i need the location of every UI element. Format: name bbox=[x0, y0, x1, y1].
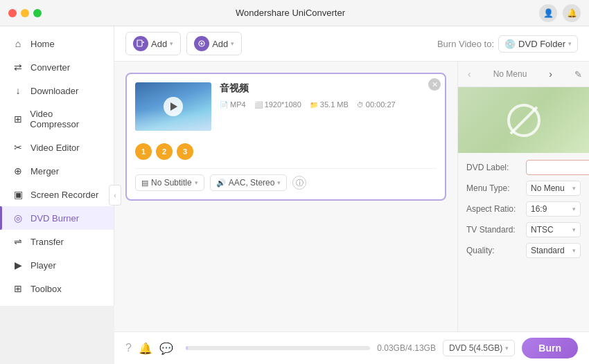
tv-standard-chevron: ▾ bbox=[572, 226, 576, 233]
converter-icon: ⇄ bbox=[12, 62, 24, 73]
burn-target-select[interactable]: 💿 DVD Folder ▾ bbox=[498, 35, 578, 53]
subtitle-value: No Subtitle bbox=[151, 178, 192, 188]
dvd-type-value: DVD 5(4.5GB) bbox=[449, 343, 502, 353]
tv-standard-value: NTSC bbox=[531, 225, 554, 235]
user-icon[interactable]: 👤 bbox=[539, 4, 557, 22]
content-area: Add ▾ Add ▾ Burn Video to: bbox=[114, 26, 589, 364]
recorder-icon: ▣ bbox=[12, 189, 24, 200]
add-video-button[interactable]: Add ▾ bbox=[125, 32, 181, 55]
play-button[interactable] bbox=[164, 97, 183, 116]
toolbar: Add ▾ Add ▾ Burn Video to: bbox=[114, 26, 589, 62]
sidebar-item-player[interactable]: ▶ Player bbox=[0, 253, 114, 277]
dvd-type-chevron: ▾ bbox=[505, 345, 509, 352]
no-menu-symbol bbox=[507, 104, 540, 137]
info-button[interactable]: ⓘ bbox=[292, 176, 306, 190]
dvd-quality-field: Quality: Standard ▾ bbox=[466, 243, 581, 258]
sidebar-item-home[interactable]: ⌂ Home bbox=[0, 32, 114, 55]
add-video-chevron: ▾ bbox=[170, 40, 173, 47]
video-controls-bar: ▤ No Subtitle ▾ 🔊 AAC, Stereo ▾ ⓘ bbox=[135, 168, 437, 191]
subtitle-icon: ▤ bbox=[141, 179, 148, 188]
action-buttons: 1 2 3 bbox=[135, 143, 193, 160]
video-duration: ⏱ 00:00:27 bbox=[357, 100, 396, 109]
resolution-icon: ⬜ bbox=[254, 101, 263, 109]
svg-rect-0 bbox=[137, 40, 142, 46]
dvd-type-select[interactable]: DVD 5(4.5GB) ▾ bbox=[443, 340, 515, 356]
titlebar: Wondershare UniConverter 👤 🔔 bbox=[0, 0, 589, 26]
downloader-icon: ↓ bbox=[12, 85, 24, 96]
subtitle-select[interactable]: ▤ No Subtitle ▾ bbox=[135, 174, 204, 191]
sidebar-item-merger[interactable]: ⊕ Merger bbox=[0, 159, 114, 183]
sidebar-collapse-button[interactable]: ‹ bbox=[109, 185, 121, 206]
bell-icon[interactable]: 🔔 bbox=[563, 4, 581, 22]
trim-button[interactable]: 1 bbox=[135, 143, 152, 160]
size-icon: 📁 bbox=[310, 101, 318, 109]
minimize-button[interactable] bbox=[21, 9, 29, 17]
audio-select[interactable]: 🔊 AAC, Stereo ▾ bbox=[210, 174, 288, 191]
dvd-label-field: DVD Label: • bbox=[466, 160, 581, 175]
burn-target-chevron: ▾ bbox=[568, 40, 572, 47]
sidebar-item-screen-recorder[interactable]: ▣ Screen Recorder bbox=[0, 183, 114, 206]
video-panel: ✕ 音视频 📄 bbox=[114, 62, 457, 331]
sidebar-item-converter[interactable]: ⇄ Converter bbox=[0, 55, 114, 79]
menu-button[interactable]: 3 bbox=[177, 143, 193, 160]
sidebar-item-video-editor[interactable]: ✂ Video Editor bbox=[0, 136, 114, 159]
menu-type-label: Menu Type: bbox=[466, 183, 522, 193]
format-value: MP4 bbox=[230, 100, 246, 109]
sidebar-label-dvd: DVD Burner bbox=[30, 213, 79, 224]
sidebar-item-video-compressor[interactable]: ⊞ Video Compressor bbox=[0, 102, 114, 136]
crop-button[interactable]: 2 bbox=[156, 143, 173, 160]
sidebar-label-home: Home bbox=[30, 39, 55, 49]
question-icon[interactable]: ? bbox=[125, 342, 132, 354]
main-layout: ⌂ Home ⇄ Converter ↓ Downloader ⊞ Video … bbox=[0, 26, 589, 364]
crop-num: 2 bbox=[162, 147, 166, 156]
resolution-value: 1920*1080 bbox=[265, 100, 301, 109]
tv-standard-select[interactable]: NTSC ▾ bbox=[526, 222, 581, 237]
add-chapter-chevron: ▾ bbox=[231, 40, 234, 47]
sidebar-label-transfer: Transfer bbox=[30, 237, 64, 247]
sidebar-item-toolbox[interactable]: ⊞ Toolbox bbox=[0, 277, 114, 300]
video-size: 📁 35.1 MB bbox=[310, 100, 349, 109]
dvd-label-input[interactable] bbox=[526, 160, 589, 175]
dvd-edit-button[interactable]: ✎ bbox=[574, 69, 582, 80]
sidebar-label-recorder: Screen Recorder bbox=[30, 190, 98, 200]
dvd-next-button[interactable]: › bbox=[546, 67, 555, 81]
maximize-button[interactable] bbox=[33, 9, 42, 17]
progress-bar-fill bbox=[186, 346, 188, 350]
tv-standard-label: TV Standard: bbox=[466, 225, 522, 235]
sidebar: ⌂ Home ⇄ Converter ↓ Downloader ⊞ Video … bbox=[0, 26, 114, 306]
add-video-label: Add bbox=[151, 39, 167, 49]
menu-type-select[interactable]: No Menu ▾ bbox=[526, 181, 581, 196]
feedback-icon[interactable]: 💬 bbox=[159, 342, 173, 355]
sidebar-label-toolbox: Toolbox bbox=[30, 284, 62, 294]
quality-chevron: ▾ bbox=[572, 247, 576, 254]
dvd-nav: ‹ No Menu › ✎ bbox=[458, 62, 589, 87]
sidebar-item-downloader[interactable]: ↓ Downloader bbox=[0, 79, 114, 102]
add-chapter-button[interactable]: Add ▾ bbox=[186, 32, 242, 55]
app-title: Wondershare UniConverter bbox=[236, 8, 345, 18]
merger-icon: ⊕ bbox=[12, 165, 24, 176]
toolbox-icon: ⊞ bbox=[12, 283, 24, 294]
close-button[interactable] bbox=[8, 9, 17, 17]
aspect-ratio-select[interactable]: 16:9 ▾ bbox=[526, 201, 581, 217]
quality-value: Standard bbox=[531, 246, 565, 255]
card-close-button[interactable]: ✕ bbox=[428, 78, 441, 91]
quality-select[interactable]: Standard ▾ bbox=[526, 243, 581, 258]
video-info: 音视频 📄 MP4 ⬜ 1920*1080 bbox=[220, 82, 437, 109]
burn-button[interactable]: Burn bbox=[522, 338, 578, 358]
add-chapter-label: Add bbox=[212, 39, 228, 49]
dvd-icon: ◎ bbox=[12, 212, 24, 224]
notification-icon[interactable]: 🔔 bbox=[139, 342, 152, 355]
format-icon: 📄 bbox=[220, 101, 228, 109]
play-icon bbox=[170, 102, 177, 111]
aspect-ratio-value: 16:9 bbox=[531, 204, 547, 214]
dvd-prev-button[interactable]: ‹ bbox=[465, 67, 474, 81]
dvd-tv-standard-field: TV Standard: NTSC ▾ bbox=[466, 222, 581, 237]
bottom-bar: ? 🔔 💬 0.03GB/4.13GB DVD 5(4.5GB) ▾ Burn bbox=[114, 331, 589, 364]
sidebar-label-editor: Video Editor bbox=[30, 143, 80, 153]
progress-label: 0.03GB/4.13GB bbox=[377, 343, 436, 353]
sidebar-item-transfer[interactable]: ⇌ Transfer bbox=[0, 230, 114, 253]
sidebar-item-dvd-burner[interactable]: ◎ DVD Burner bbox=[0, 206, 114, 230]
menu-type-value: No Menu bbox=[531, 183, 565, 193]
burn-to-label: Burn Video to: bbox=[437, 39, 494, 49]
work-area: ✕ 音视频 📄 bbox=[114, 62, 589, 331]
